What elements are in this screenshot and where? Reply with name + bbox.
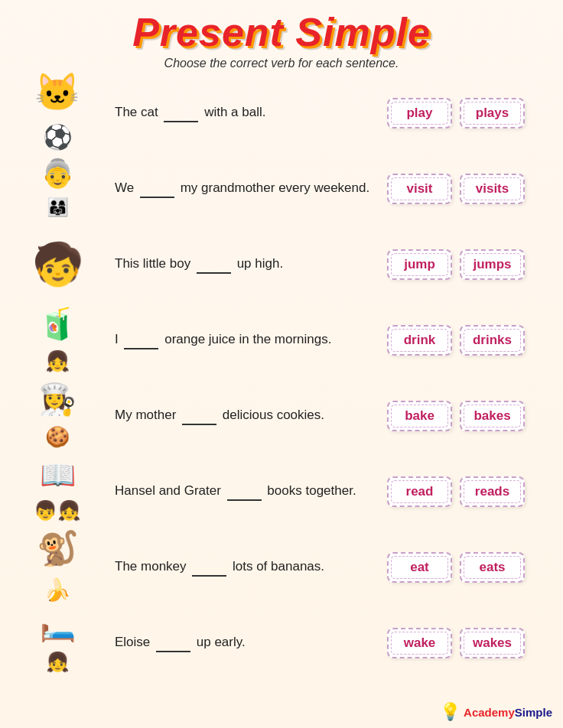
sentence-text: The cat with a ball. [107,103,387,123]
emoji-illustration: 📖👦👧 [34,460,81,524]
blank-space [156,633,190,653]
option-btn-wakes[interactable]: wakes [460,628,525,658]
blank-space [227,482,262,502]
option-btn-eat[interactable]: eat [387,552,452,583]
illustration-6: 📖👦👧 [8,455,107,528]
sentence-text: We my grandmother every weekend. [107,179,387,199]
sentences-container: 🐱⚽The cat with a ball.playplays👵👨‍👩‍👧We … [0,76,563,679]
options-area: eateats [387,552,555,583]
option-btn-bakes[interactable]: bakes [460,401,525,431]
option-btn-read[interactable]: read [387,476,452,507]
blank-space [182,406,216,426]
options-area: drinkdrinks [387,325,555,356]
emoji-illustration: 👩‍🍳🍪 [38,382,76,450]
sentence-row: 👵👨‍👩‍👧We my grandmother every weekend.vi… [8,152,555,225]
illustration-4: 🧃👧 [8,304,107,376]
page-title: Present Simple [132,10,431,54]
option-btn-reads[interactable]: reads [460,476,525,507]
footer-simple: S [515,706,522,719]
emoji-illustration: 👵👨‍👩‍👧 [41,158,75,219]
bulb-icon: 💡 [440,702,460,722]
emoji-illustration: 🐱⚽ [34,73,80,154]
sentence-row: 🐱⚽The cat with a ball.playplays [8,76,555,149]
options-area: readreads [387,476,555,507]
blank-space [197,255,231,275]
option-btn-play[interactable]: play [387,98,452,128]
options-area: wakewakes [387,628,555,658]
title-area: Present Simple [0,0,563,57]
illustration-8: 🛏️👧 [8,606,107,679]
option-btn-jump[interactable]: jump [387,249,452,280]
footer-academy: A [464,706,472,719]
option-btn-bake[interactable]: bake [387,401,452,431]
options-area: visitvisits [387,174,555,204]
option-btn-eats[interactable]: eats [460,552,525,583]
sentence-row: 🧒This little boy up high.jumpjumps [8,228,555,301]
blank-space [140,179,174,199]
sentence-row: 🧃👧I orange juice in the mornings.drinkdr… [8,304,555,376]
sentence-text: The monkey lots of bananas. [107,557,387,577]
options-area: bakebakes [387,401,555,431]
emoji-illustration: 🧒 [32,242,83,287]
option-btn-visits[interactable]: visits [460,174,525,204]
sentence-text: Hansel and Grater books together. [107,482,387,502]
subtitle: Choose the correct verb for each sentenc… [0,57,563,70]
option-btn-drink[interactable]: drink [387,325,452,356]
sentence-text: This little boy up high. [107,255,387,275]
sentence-row: 🐒🍌The monkey lots of bananas.eateats [8,531,555,603]
emoji-illustration: 🧃👧 [38,307,76,374]
illustration-3: 🧒 [8,228,107,301]
option-btn-visit[interactable]: visit [387,174,452,204]
options-area: jumpjumps [387,249,555,280]
sentence-row: 🛏️👧Eloise up early.wakewakes [8,606,555,679]
sentence-row: 👩‍🍳🍪My mother delicious cookies.bakebake… [8,379,555,452]
illustration-5: 👩‍🍳🍪 [8,379,107,452]
blank-space [164,103,198,123]
illustration-7: 🐒🍌 [8,531,107,603]
blank-space [192,557,226,577]
blank-space [124,330,158,350]
sentence-text: My mother delicious cookies. [107,406,387,426]
option-btn-drinks[interactable]: drinks [460,325,525,356]
emoji-illustration: 🛏️👧 [40,611,76,675]
footer: 💡 AcademySimple [440,702,552,722]
illustration-1: 🐱⚽ [8,76,107,149]
option-btn-plays[interactable]: plays [460,98,525,128]
footer-logo: AcademySimple [464,706,552,719]
sentence-row: 📖👦👧Hansel and Grater books together.read… [8,455,555,528]
options-area: playplays [387,98,555,128]
page: Present Simple Choose the correct verb f… [0,0,563,728]
sentence-text: I orange juice in the mornings. [107,330,387,350]
illustration-2: 👵👨‍👩‍👧 [8,152,107,225]
sentence-text: Eloise up early. [107,633,387,653]
option-btn-jumps[interactable]: jumps [460,249,525,280]
option-btn-wake[interactable]: wake [387,628,452,658]
emoji-illustration: 🐒🍌 [37,530,79,604]
